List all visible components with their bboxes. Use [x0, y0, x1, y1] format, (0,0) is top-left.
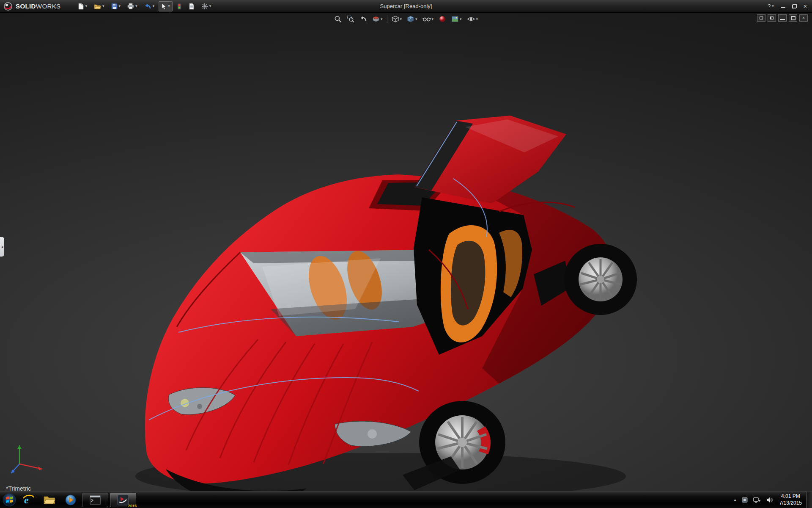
network-icon[interactable] — [753, 497, 761, 503]
help-button[interactable]: ? ▾ — [768, 3, 774, 9]
split-window-button[interactable] — [768, 14, 776, 22]
supercar-model[interactable] — [0, 13, 812, 491]
doc-minimize-icon — [780, 16, 785, 20]
brand-name: SOLIDWORKS — [16, 3, 61, 10]
restore-icon — [792, 4, 797, 8]
open-icon — [94, 3, 101, 9]
solidworks-taskbar-button[interactable]: 2015 — [110, 493, 136, 507]
new-document-button[interactable]: ▾ — [75, 1, 90, 11]
view-orientation-button[interactable]: ▾ — [389, 14, 404, 24]
display-style-icon — [407, 15, 414, 23]
3ds-logo-icon — [3, 2, 13, 11]
clock-time: 4:01 PM — [779, 493, 802, 500]
volume-icon[interactable] — [766, 497, 774, 503]
reference-triad[interactable] — [7, 438, 53, 480]
solidworks-version-badge: 2015 — [128, 504, 137, 508]
close-button[interactable]: × — [804, 3, 807, 10]
hide-show-items-icon — [422, 15, 431, 23]
taskbar-clock[interactable]: 4:01 PM 7/13/2015 — [777, 493, 806, 506]
restore-button[interactable] — [792, 4, 797, 8]
view-settings-button[interactable]: ▾ — [465, 14, 480, 24]
titlebar: SOLIDWORKS ▾ ▾ ▾ — [0, 0, 812, 13]
doc-minimize-button[interactable] — [778, 14, 787, 22]
rebuild-icon — [177, 3, 182, 10]
save-icon — [111, 3, 118, 9]
doc-restore-icon — [791, 16, 796, 20]
undo-button[interactable]: ▾ — [142, 1, 157, 11]
help-icon: ? — [768, 3, 771, 9]
toolbar-divider — [387, 15, 387, 23]
print-button[interactable]: ▾ — [125, 1, 140, 11]
solidworks-app-icon — [117, 494, 129, 505]
windows-explorer-button[interactable] — [39, 491, 60, 508]
zoom-to-fit-icon — [334, 15, 342, 23]
show-hidden-icons-button[interactable]: ▴ — [734, 497, 736, 502]
document-window-controls: × — [757, 14, 808, 22]
hide-show-items-button[interactable]: ▾ — [420, 14, 436, 24]
display-style-button[interactable]: ▾ — [405, 14, 420, 24]
minimize-button[interactable] — [781, 4, 785, 8]
doc-close-button[interactable]: × — [799, 14, 808, 22]
options-button[interactable]: ▾ — [199, 1, 214, 11]
heads-up-view-toolbar: ▾ ▾ ▾ ▾ — [332, 14, 480, 24]
tile-window-icon — [760, 17, 763, 19]
clock-date: 7/13/2015 — [779, 500, 802, 507]
previous-view-icon — [359, 15, 367, 23]
save-button[interactable]: ▾ — [109, 1, 123, 11]
file-properties-button[interactable] — [186, 1, 197, 11]
windows-start-icon — [2, 493, 16, 507]
folder-icon — [43, 495, 56, 505]
system-tray: ▴ — [734, 497, 777, 503]
minimize-icon — [781, 4, 785, 8]
zoom-to-area-button[interactable] — [345, 14, 357, 24]
rear-wheel[interactable] — [564, 244, 637, 315]
internet-explorer-button[interactable]: e — [18, 491, 39, 508]
solidworks-logo: SOLIDWORKS — [0, 2, 61, 11]
print-icon — [127, 3, 134, 9]
solidworks-window: SOLIDWORKS ▾ ▾ ▾ — [0, 0, 812, 508]
internet-explorer-icon: e — [22, 494, 35, 506]
section-view-button[interactable]: ▾ — [370, 14, 385, 24]
doc-restore-button[interactable] — [789, 14, 797, 22]
tile-window-button[interactable] — [757, 14, 765, 22]
split-window-icon — [770, 17, 774, 19]
start-button[interactable] — [1, 491, 18, 508]
previous-view-button[interactable] — [357, 14, 369, 24]
zoom-to-fit-button[interactable] — [332, 14, 344, 24]
doc-close-icon: × — [802, 16, 805, 20]
media-player-icon — [65, 494, 77, 506]
window-controls: ? ▾ × — [768, 3, 812, 10]
apply-scene-icon — [451, 15, 459, 23]
options-icon — [201, 3, 208, 10]
apply-scene-button[interactable]: ▾ — [449, 14, 464, 24]
view-orientation-icon — [391, 15, 399, 23]
app-window-icon — [90, 495, 101, 505]
undo-icon — [144, 3, 151, 9]
open-button[interactable]: ▾ — [91, 1, 107, 11]
quick-access-toolbar: ▾ ▾ ▾ ▾ — [75, 1, 214, 11]
feature-manager-flyout-handle[interactable]: ◂ — [0, 237, 4, 257]
open-door[interactable] — [414, 116, 566, 204]
app-window-button[interactable] — [82, 493, 108, 507]
document-title: Supercar [Read-only] — [380, 3, 432, 9]
tray-app-icon[interactable] — [741, 497, 748, 503]
zoom-to-area-icon — [347, 15, 354, 23]
rebuild-button[interactable] — [174, 1, 184, 11]
select-button[interactable]: ▾ — [159, 1, 173, 11]
taskbar: e — [0, 491, 812, 508]
media-player-button[interactable] — [60, 491, 81, 508]
close-icon: × — [804, 3, 807, 10]
select-icon — [161, 3, 167, 10]
new-document-icon — [78, 3, 84, 10]
show-desktop-button[interactable] — [806, 491, 812, 508]
view-settings-icon — [467, 15, 475, 23]
edit-appearance-button[interactable] — [436, 14, 448, 24]
edit-appearance-icon — [439, 15, 446, 23]
file-properties-icon — [189, 3, 195, 10]
section-view-icon — [372, 15, 380, 23]
graphics-area[interactable]: ▾ ▾ ▾ ▾ — [0, 13, 812, 491]
